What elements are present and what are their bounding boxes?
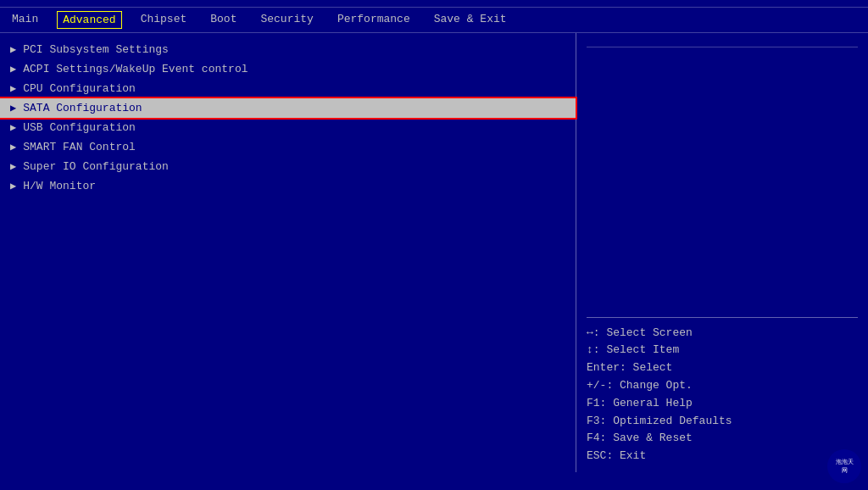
watermark: 泡泡天网 — [827, 449, 861, 483]
menu-item-label: CPU Configuration — [23, 82, 136, 95]
arrow-icon: ▶ — [10, 82, 16, 95]
nav-item-advanced[interactable]: Advanced — [57, 11, 121, 29]
menu-item-smart-fan[interactable]: ▶SMART FAN Control — [0, 137, 576, 157]
menu-item-cpu[interactable]: ▶CPU Configuration — [0, 79, 576, 98]
menu-item-usb[interactable]: ▶USB Configuration — [0, 118, 576, 137]
arrow-icon: ▶ — [10, 121, 16, 134]
main-content: ▶PCI Subsystem Settings▶ACPI Settings/Wa… — [0, 33, 868, 472]
menu-item-label: H/W Monitor — [23, 180, 96, 192]
menu-item-sata[interactable]: ▶SATA Configuration — [0, 98, 576, 118]
key-help-item: F1: General Help — [587, 395, 858, 413]
menu-item-label: SATA Configuration — [23, 102, 142, 114]
nav-item-save-exit[interactable]: Save & Exit — [429, 11, 512, 29]
nav-item-main[interactable]: Main — [7, 11, 43, 29]
title-bar — [0, 0, 868, 8]
arrow-icon: ▶ — [10, 43, 16, 56]
key-help-item: F3: Optimized Defaults — [587, 413, 858, 431]
nav-item-boot[interactable]: Boot — [205, 11, 242, 29]
nav-item-security[interactable]: Security — [255, 11, 318, 29]
right-panel: ↔: Select Screen↕: Select ItemEnter: Sel… — [576, 33, 868, 472]
key-help-item: ↕: Select Item — [587, 342, 858, 359]
spacer — [587, 54, 858, 317]
key-help-item: Enter: Select — [587, 359, 858, 377]
key-help-item: ↔: Select Screen — [587, 325, 858, 342]
left-panel: ▶PCI Subsystem Settings▶ACPI Settings/Wa… — [0, 33, 576, 472]
menu-item-label: ACPI Settings/WakeUp Event control — [23, 63, 248, 75]
key-help: ↔: Select Screen↕: Select ItemEnter: Sel… — [587, 317, 858, 465]
menu-item-label: Super IO Configuration — [23, 160, 169, 173]
arrow-icon: ▶ — [10, 180, 16, 192]
help-text — [587, 40, 858, 47]
arrow-icon: ▶ — [10, 141, 16, 153]
menu-item-hw-monitor[interactable]: ▶H/W Monitor — [0, 176, 576, 196]
key-help-item: ESC: Exit — [587, 448, 858, 465]
menu-item-super-io[interactable]: ▶Super IO Configuration — [0, 157, 576, 176]
arrow-icon: ▶ — [10, 160, 16, 173]
arrow-icon: ▶ — [10, 63, 16, 75]
key-help-item: F4: Save & Reset — [587, 430, 858, 448]
menu-item-acpi[interactable]: ▶ACPI Settings/WakeUp Event control — [0, 59, 576, 79]
nav-item-performance[interactable]: Performance — [332, 11, 415, 29]
menu-item-label: SMART FAN Control — [23, 141, 136, 153]
menu-item-pci[interactable]: ▶PCI Subsystem Settings — [0, 40, 576, 59]
key-help-item: +/-: Change Opt. — [587, 377, 858, 395]
nav-item-chipset[interactable]: Chipset — [136, 11, 192, 29]
menu-item-label: PCI Subsystem Settings — [23, 43, 169, 56]
nav-menu: MainAdvancedChipsetBootSecurityPerforman… — [0, 8, 868, 33]
menu-item-label: USB Configuration — [23, 121, 136, 134]
arrow-icon: ▶ — [10, 102, 16, 114]
